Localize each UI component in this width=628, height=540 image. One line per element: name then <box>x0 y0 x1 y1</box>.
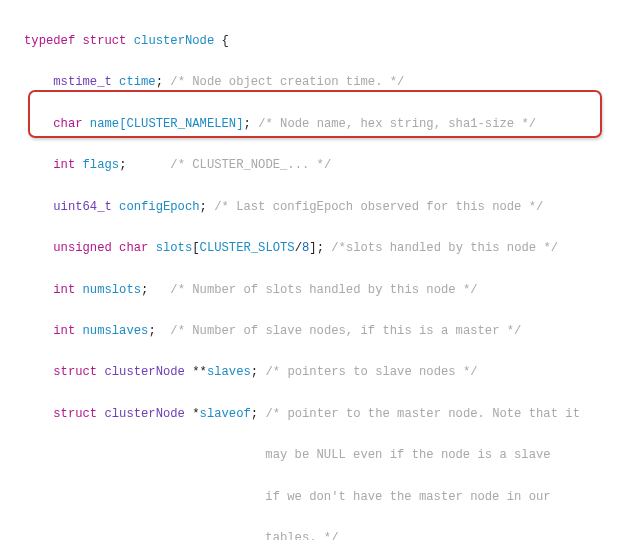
field-slaveof: slaveof <box>200 407 251 421</box>
field-flags: flags <box>83 158 120 172</box>
keyword-int: int <box>53 283 75 297</box>
pointer-stars: ** <box>192 365 207 379</box>
code-line-3: char name[CLUSTER_NAMELEN]; /* Node name… <box>24 114 624 135</box>
comment: /* CLUSTER_NODE_... */ <box>170 158 331 172</box>
comment: /* Node name, hex string, sha1-size */ <box>258 117 536 131</box>
bracket-open: [ <box>192 241 199 255</box>
code-line-1: typedef struct clusterNode { <box>24 31 624 52</box>
comment: /* Number of slots handled by this node … <box>170 283 477 297</box>
punct: ; <box>243 117 250 131</box>
code-line-7: int numslots; /* Number of slots handled… <box>24 280 624 301</box>
keyword-struct: struct <box>53 365 97 379</box>
field-name: name <box>90 117 119 131</box>
field-numslots: numslots <box>83 283 142 297</box>
field-numslaves: numslaves <box>83 324 149 338</box>
keyword-typedef: typedef <box>24 34 75 48</box>
type-uint64: uint64_t <box>53 200 112 214</box>
bracket-close: ] <box>309 241 316 255</box>
code-line-6: unsigned char slots[CLUSTER_SLOTS/8]; /*… <box>24 238 624 259</box>
punct: ; <box>156 75 163 89</box>
punct: ; <box>251 365 258 379</box>
code-line-10: struct clusterNode *slaveof; /* pointer … <box>24 404 624 425</box>
comment-continuation: tables. */ <box>265 531 338 540</box>
comment: /* Last configEpoch observed for this no… <box>214 200 543 214</box>
keyword-unsigned-char: unsigned char <box>53 241 148 255</box>
type-clusterNode: clusterNode <box>104 407 184 421</box>
code-block: typedef struct clusterNode { mstime_t ct… <box>0 0 628 540</box>
field-configEpoch: configEpoch <box>119 200 199 214</box>
keyword-int: int <box>53 158 75 172</box>
punct: { <box>214 34 229 48</box>
struct-name: clusterNode <box>134 34 214 48</box>
code-line-10b: may be NULL even if the node is a slave <box>24 445 624 466</box>
punct: ; <box>317 241 324 255</box>
comment: /* Number of slave nodes, if this is a m… <box>170 324 521 338</box>
comment: /* pointers to slave nodes */ <box>265 365 477 379</box>
field-slots: slots <box>156 241 193 255</box>
keyword-struct: struct <box>53 407 97 421</box>
type-clusterNode: clusterNode <box>104 365 184 379</box>
code-line-2: mstime_t ctime; /* Node object creation … <box>24 72 624 93</box>
field-slaves: slaves <box>207 365 251 379</box>
type-mstime: mstime_t <box>53 75 112 89</box>
punct: ; <box>141 283 148 297</box>
code-line-8: int numslaves; /* Number of slave nodes,… <box>24 321 624 342</box>
comment-continuation: may be NULL even if the node is a slave <box>265 448 550 462</box>
keyword-struct: struct <box>83 34 127 48</box>
keyword-char: char <box>53 117 82 131</box>
keyword-int: int <box>53 324 75 338</box>
punct: ; <box>251 407 258 421</box>
comment: /*slots handled by this node */ <box>331 241 558 255</box>
code-line-10c: if we don't have the master node in our <box>24 487 624 508</box>
punct: ; <box>200 200 207 214</box>
code-line-5: uint64_t configEpoch; /* Last configEpoc… <box>24 197 624 218</box>
punct: ; <box>119 158 126 172</box>
punct: ; <box>148 324 155 338</box>
code-line-4: int flags; /* CLUSTER_NODE_... */ <box>24 155 624 176</box>
field-ctime: ctime <box>119 75 156 89</box>
code-line-9: struct clusterNode **slaves; /* pointers… <box>24 362 624 383</box>
comment-continuation: if we don't have the master node in our <box>265 490 550 504</box>
code-line-10d: tables. */ <box>24 528 624 540</box>
divide-op: / <box>295 241 302 255</box>
pointer-stars: * <box>192 407 199 421</box>
comment: /* Node object creation time. */ <box>170 75 404 89</box>
const-cluster-slots: CLUSTER_SLOTS <box>200 241 295 255</box>
array-dim: [CLUSTER_NAMELEN] <box>119 117 243 131</box>
comment: /* pointer to the master node. Note that… <box>265 407 580 421</box>
